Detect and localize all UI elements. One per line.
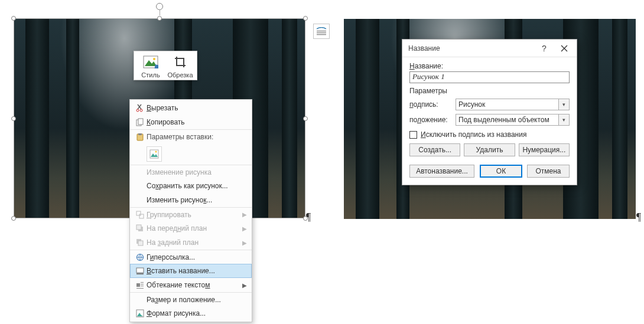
caption-field-label: Название: xyxy=(409,62,570,70)
menu-paste-header: Параметры вставки: xyxy=(130,129,252,143)
checkbox-icon[interactable] xyxy=(409,131,417,139)
menu-group: Группировать▶ xyxy=(130,207,252,221)
numbering-button[interactable]: Нумерация... xyxy=(519,143,570,156)
menu-label: Группировать xyxy=(147,211,241,219)
menu-format-picture[interactable]: Формат рисунка... xyxy=(130,306,252,320)
pilcrow-mark: ¶ xyxy=(306,211,311,224)
dialog-titlebar[interactable]: Название ? xyxy=(402,40,577,57)
format-picture-icon xyxy=(134,309,147,318)
btn-label: Удалить xyxy=(476,146,503,154)
caption-dialog: Название ? Название: Рисунок 1 Параметры… xyxy=(402,39,577,185)
menu-label: На задний план xyxy=(147,238,241,247)
menu-edit-image[interactable]: Изменить рисунок... xyxy=(130,193,252,207)
picture-style-icon xyxy=(139,54,162,70)
caption-field[interactable]: Рисунок 1 xyxy=(409,71,570,83)
combo-kind[interactable]: Рисунок ▾ xyxy=(456,99,570,110)
close-icon xyxy=(561,45,568,52)
svg-rect-17 xyxy=(139,214,144,218)
chevron-down-icon[interactable]: ▾ xyxy=(559,99,570,110)
svg-rect-12 xyxy=(138,133,142,135)
dialog-title: Название xyxy=(408,44,534,53)
label-position: положение: xyxy=(409,116,456,124)
btn-label: Создать... xyxy=(418,146,451,154)
chevron-down-icon[interactable]: ▾ xyxy=(559,114,570,126)
menu-size-position[interactable]: Размер и положение... xyxy=(130,292,252,306)
paste-option-picture[interactable] xyxy=(147,146,162,162)
resize-handle[interactable] xyxy=(303,16,308,21)
svg-rect-27 xyxy=(141,284,144,284)
pilcrow-mark: ¶ xyxy=(636,211,641,224)
copy-icon xyxy=(134,118,147,126)
svg-point-8 xyxy=(140,109,142,112)
menu-copy[interactable]: Копировать xyxy=(130,115,252,129)
crop-button[interactable]: Обрезка xyxy=(167,54,193,78)
style-button[interactable]: Стиль xyxy=(138,54,164,78)
resize-handle[interactable] xyxy=(157,16,162,21)
mini-toolbar: Стиль Обрезка xyxy=(134,51,197,80)
create-button[interactable]: Создать... xyxy=(409,143,460,156)
menu-label: Гиперссылка... xyxy=(147,253,247,261)
menu-label: На передний план xyxy=(147,224,241,233)
rotate-handle[interactable] xyxy=(156,3,163,10)
combo-value: Рисунок xyxy=(456,99,559,110)
svg-rect-28 xyxy=(141,286,144,286)
menu-save-as-image[interactable]: Сохранить как рисунок... xyxy=(130,179,252,193)
resize-handle[interactable] xyxy=(11,16,16,21)
svg-rect-0 xyxy=(317,31,326,31)
wrap-icon xyxy=(134,281,147,289)
crop-label: Обрезка xyxy=(167,71,193,78)
menu-label: Параметры вставки: xyxy=(147,133,247,141)
caption-icon xyxy=(134,267,147,275)
crop-icon xyxy=(168,54,192,70)
menu-label: Сохранить как рисунок... xyxy=(147,182,247,190)
btn-label: ОК xyxy=(496,167,506,175)
cut-icon xyxy=(134,104,147,112)
svg-rect-24 xyxy=(136,273,144,274)
exclude-label: Исключить подпись из названия xyxy=(421,130,526,139)
delete-button[interactable]: Удалить xyxy=(464,143,515,156)
svg-rect-10 xyxy=(138,119,143,125)
svg-rect-1 xyxy=(317,32,326,33)
menu-label: Размер и положение... xyxy=(147,296,247,304)
svg-rect-23 xyxy=(136,268,144,273)
menu-label: Вставить название... xyxy=(147,267,247,275)
svg-rect-21 xyxy=(138,241,143,246)
layout-options-button[interactable] xyxy=(313,24,330,39)
autocaption-button[interactable]: Автоназвание... xyxy=(409,165,474,178)
menu-change-image: Изменение рисунка xyxy=(130,165,252,179)
resize-handle[interactable] xyxy=(11,116,16,121)
menu-cut[interactable]: Вырезать xyxy=(130,101,252,115)
menu-label: Формат рисунка... xyxy=(147,309,247,318)
svg-point-7 xyxy=(136,109,139,112)
btn-label: Автоназвание... xyxy=(416,167,468,175)
menu-label: Изменение рисунка xyxy=(147,168,247,176)
group-icon xyxy=(134,211,147,219)
menu-send-back: На задний план▶ xyxy=(130,235,252,250)
svg-rect-19 xyxy=(136,225,141,230)
menu-hyperlink[interactable]: Гиперссылка... xyxy=(130,250,252,264)
combo-value: Под выделенным объектом xyxy=(456,114,559,126)
menu-bring-front: На передний план▶ xyxy=(130,221,252,235)
hyperlink-icon xyxy=(134,253,147,261)
menu-paste-options xyxy=(130,143,252,165)
cancel-button[interactable]: Отмена xyxy=(527,165,570,178)
menu-label: Вырезать xyxy=(147,104,247,112)
menu-label: Изменить рисунок... xyxy=(147,196,247,204)
layout-options-icon xyxy=(316,27,327,35)
close-button[interactable] xyxy=(554,41,574,55)
menu-text-wrap[interactable]: Обтекание текстом▶ xyxy=(130,278,252,292)
svg-rect-29 xyxy=(136,288,144,289)
ok-button[interactable]: ОК xyxy=(480,165,522,178)
menu-insert-caption[interactable]: Вставить название... xyxy=(130,264,252,278)
paste-icon xyxy=(134,133,147,141)
exclude-checkbox-row[interactable]: Исключить подпись из названия xyxy=(409,130,570,139)
svg-rect-26 xyxy=(141,282,144,283)
resize-handle[interactable] xyxy=(11,216,16,221)
combo-position[interactable]: Под выделенным объектом ▾ xyxy=(456,114,570,126)
menu-label: Обтекание текстом xyxy=(147,281,241,289)
bring-front-icon xyxy=(134,224,147,233)
svg-rect-2 xyxy=(317,34,326,35)
resize-handle[interactable] xyxy=(303,116,308,121)
help-button[interactable]: ? xyxy=(534,41,554,55)
context-menu: Вырезать Копировать Параметры вставки: И… xyxy=(129,99,252,322)
